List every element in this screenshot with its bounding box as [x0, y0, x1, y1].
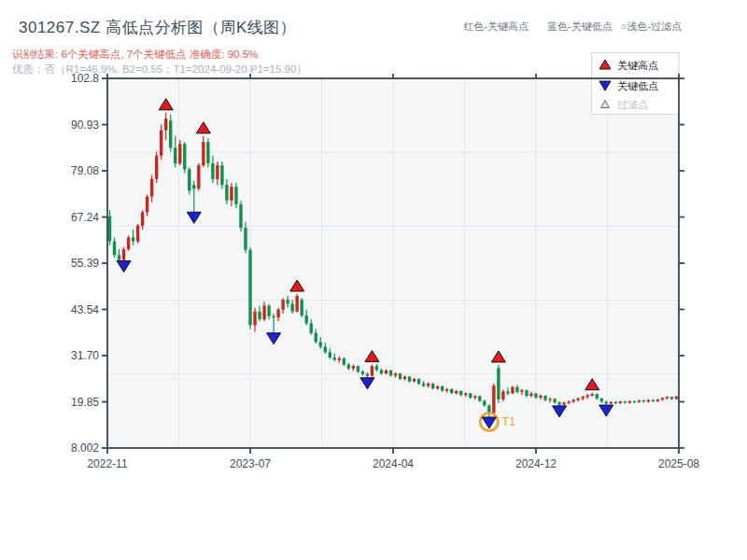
recognition-result: 识别结果: 6个关键高点, 7个关键低点 准确度: 90.5% — [12, 48, 258, 62]
color-key-low: 蓝色-关键低点 — [547, 20, 613, 34]
svg-text:关键低点: 关键低点 — [617, 80, 658, 91]
svg-text:2022-11: 2022-11 — [87, 457, 127, 470]
svg-text:2024-12: 2024-12 — [515, 457, 557, 470]
svg-text:2023-07: 2023-07 — [230, 457, 271, 470]
svg-text:31.70: 31.70 — [71, 349, 99, 362]
page-title: 301267.SZ 高低点分析图（周K线图） — [19, 17, 296, 38]
x-axis-labels: 2022-112023-072024-042024-122025-08 — [87, 457, 699, 470]
color-key-high: 红色-关键高点 — [463, 20, 529, 34]
svg-text:19.85: 19.85 — [71, 396, 99, 409]
svg-text:关键高点: 关键高点 — [617, 60, 658, 71]
chart-legend: 关键高点关键低点过滤点 — [592, 53, 680, 115]
candlestick-chart: T1关键高点关键低点过滤点102.890.9379.0867.2455.3943… — [0, 0, 747, 560]
color-key-note: 红色-关键高点 蓝色-关键低点 ○浅色-过滤点 — [463, 20, 682, 34]
svg-text:2025-08: 2025-08 — [658, 457, 699, 470]
svg-text:67.24: 67.24 — [71, 211, 99, 224]
svg-text:55.39: 55.39 — [71, 257, 99, 270]
y-axis-labels: 102.890.9379.0867.2455.3943.5431.7019.85… — [71, 72, 99, 455]
svg-text:8.002: 8.002 — [71, 441, 99, 455]
t1-label: T1 — [502, 415, 515, 428]
svg-text:90.93: 90.93 — [71, 119, 99, 132]
kline-analysis-page: 301267.SZ 高低点分析图（周K线图） 红色-关键高点 蓝色-关键低点 ○… — [0, 0, 747, 560]
color-key-filtered: ○浅色-过滤点 — [621, 20, 682, 34]
quality-line: 优质：否（R1=46.9%, B2=0.55；T1=2024-09-20 P1=… — [12, 63, 307, 77]
svg-text:过滤点: 过滤点 — [617, 99, 648, 110]
svg-text:79.08: 79.08 — [71, 164, 99, 177]
svg-text:43.54: 43.54 — [71, 303, 99, 316]
svg-text:2024-04: 2024-04 — [373, 457, 414, 470]
chart-svg: T1关键高点关键低点过滤点102.890.9379.0867.2455.3943… — [0, 0, 747, 560]
